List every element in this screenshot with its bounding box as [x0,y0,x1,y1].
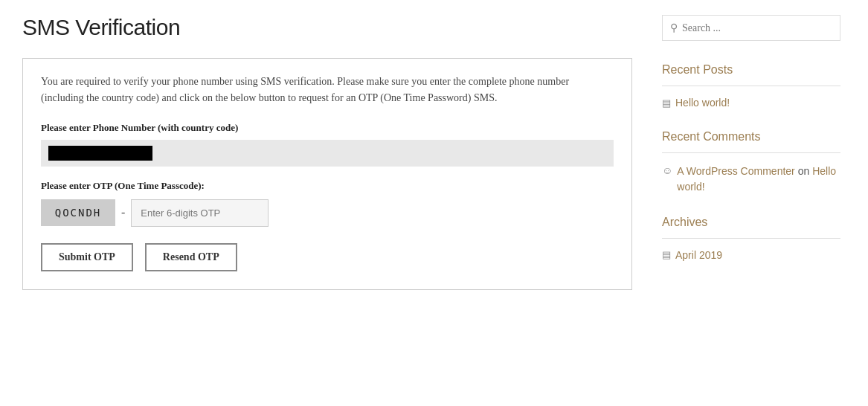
main-content: SMS Verification You are required to ver… [22,15,632,305]
recent-comments-divider [662,152,840,153]
comment-connector: on [798,165,810,177]
instruction-text: You are required to verify your phone nu… [41,74,614,107]
verification-box: You are required to verify your phone nu… [22,58,632,290]
search-box[interactable]: ⚲ [662,15,840,41]
recent-posts-title: Recent Posts [662,63,840,77]
page-title: SMS Verification [22,15,632,40]
sidebar: ⚲ Recent Posts ▤ Hello world! Recent Com… [662,15,840,305]
phone-input-masked [48,146,152,161]
search-input[interactable] [682,22,832,34]
archives-title: Archives [662,216,840,229]
recent-post-item: ▤ Hello world! [662,97,840,109]
recent-comments-title: Recent Comments [662,130,840,144]
phone-input-wrapper [41,140,614,167]
recent-posts-section: Recent Posts ▤ Hello world! [662,63,840,109]
otp-row: QOCNDH - [41,199,614,227]
comment-item: ☺ A WordPress Commenter on Hello world! [662,164,840,195]
captcha-display: QOCNDH [41,199,115,226]
otp-input[interactable] [131,199,269,227]
page-wrapper: SMS Verification You are required to ver… [0,0,868,320]
folder-icon: ▤ [662,249,671,261]
comment-text: A WordPress Commenter on Hello world! [677,164,840,195]
comment-author-link[interactable]: A WordPress Commenter [677,165,794,177]
archive-link[interactable]: April 2019 [675,249,722,261]
recent-posts-divider [662,86,840,86]
recent-comments-section: Recent Comments ☺ A WordPress Commenter … [662,130,840,195]
recent-post-link[interactable]: Hello world! [675,97,730,109]
submit-otp-button[interactable]: Submit OTP [41,243,133,271]
otp-label: Please enter OTP (One Time Passcode): [41,180,614,192]
archive-item: ▤ April 2019 [662,249,840,261]
archives-section: Archives ▤ April 2019 [662,216,840,261]
document-icon: ▤ [662,97,671,109]
otp-separator: - [121,206,125,219]
comment-icon: ☺ [662,165,672,177]
search-icon: ⚲ [670,22,678,34]
resend-otp-button[interactable]: Resend OTP [145,243,237,271]
button-row: Submit OTP Resend OTP [41,243,614,271]
archives-divider [662,238,840,239]
phone-label: Please enter Phone Number (with country … [41,122,614,134]
